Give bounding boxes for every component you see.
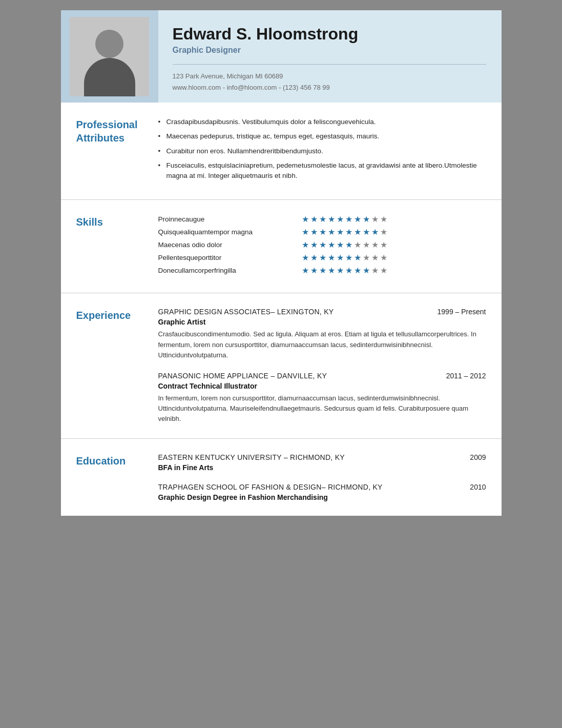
professional-content: Crasdapibusdapibusnis. Vestibulumquis do…	[158, 117, 486, 185]
header-title: Graphic Designer	[173, 46, 486, 55]
filled-star-icon: ★	[302, 240, 309, 250]
filled-star-icon: ★	[345, 240, 352, 250]
header-divider	[173, 64, 486, 65]
skill-row: Proinnecaugue★★★★★★★★★★	[158, 214, 486, 224]
filled-star-icon: ★	[310, 266, 318, 275]
filled-star-icon: ★	[302, 214, 309, 224]
empty-star-icon: ★	[380, 240, 387, 250]
exp-role: Graphic Artist	[158, 318, 486, 326]
contact-line2: www.hloom.com - info@hloom.com - (123) 4…	[173, 82, 486, 93]
skills-label: Skills	[76, 215, 158, 229]
exp-role: Contract Technical Illustrator	[158, 382, 486, 390]
filled-star-icon: ★	[310, 253, 318, 262]
filled-star-icon: ★	[345, 214, 352, 224]
empty-star-icon: ★	[380, 214, 387, 224]
section-education: Education EASTERN KENTUCKY UNIVERSITY – …	[61, 439, 502, 516]
experience-content: GRAPHIC DESIGN ASSOCIATES– Lexington, KY…	[158, 308, 486, 424]
resume-page: Edward S. Hloomstrong Graphic Designer 1…	[61, 10, 502, 516]
main-content: Professional Attributes Crasdapibusdapib…	[61, 103, 502, 516]
filled-star-icon: ★	[319, 266, 326, 275]
skill-name: Quisquealiquamtempor magna	[158, 228, 302, 236]
filled-star-icon: ★	[302, 253, 309, 262]
contact-line1: 123 Park Avenue, Michigan MI 60689	[173, 71, 486, 82]
section-skills: Skills Proinnecaugue★★★★★★★★★★Quisqueali…	[61, 200, 502, 293]
exp-dates: 2011 – 2012	[446, 372, 486, 380]
filled-star-icon: ★	[337, 240, 344, 250]
edu-school: TRAPHAGEN SCHOOL OF FASHION & DESIGN– Ri…	[158, 483, 383, 491]
exp-company: PANASONIC HOME APPLIANCE – Danville, KY	[158, 372, 327, 380]
attr-item: Fusceiaculis, estquislaciniapretium, ped…	[158, 160, 486, 181]
skill-row: Quisquealiquamtempor magna★★★★★★★★★★	[158, 227, 486, 237]
skill-name: Donecullamcorperfringilla	[158, 267, 302, 274]
exp-desc: In fermentum, lorem non cursusporttitor,…	[158, 393, 486, 424]
filled-star-icon: ★	[345, 266, 352, 275]
filled-star-icon: ★	[345, 253, 352, 262]
filled-star-icon: ★	[328, 240, 335, 250]
filled-star-icon: ★	[354, 214, 361, 224]
filled-star-icon: ★	[371, 227, 379, 237]
attr-item: Curabitur non eros. Nullamhendreritbiben…	[158, 146, 486, 156]
edu-degree: Graphic Design Degree in Fashion Merchan…	[158, 493, 486, 501]
attr-item: Crasdapibusdapibusnis. Vestibulumquis do…	[158, 117, 486, 127]
filled-star-icon: ★	[337, 253, 344, 262]
education-label: Education	[76, 454, 158, 468]
avatar-figure	[70, 17, 149, 96]
filled-star-icon: ★	[363, 266, 370, 275]
filled-star-icon: ★	[302, 266, 309, 275]
section-label-skills: Skills	[61, 214, 158, 278]
empty-star-icon: ★	[354, 240, 361, 250]
skill-row: Pellentesqueporttitor★★★★★★★★★★	[158, 253, 486, 262]
skill-stars: ★★★★★★★★★★	[302, 253, 387, 262]
avatar-head	[95, 30, 123, 58]
exp-company: GRAPHIC DESIGN ASSOCIATES– Lexington, KY	[158, 308, 334, 316]
section-professional: Professional Attributes Crasdapibusdapib…	[61, 103, 502, 200]
empty-star-icon: ★	[363, 253, 370, 262]
skill-name: Proinnecaugue	[158, 215, 302, 223]
header: Edward S. Hloomstrong Graphic Designer 1…	[61, 10, 502, 103]
header-info: Edward S. Hloomstrong Graphic Designer 1…	[158, 10, 502, 103]
empty-star-icon: ★	[363, 240, 370, 250]
exp-header-row: PANASONIC HOME APPLIANCE – Danville, KY2…	[158, 372, 486, 380]
skill-stars: ★★★★★★★★★★	[302, 214, 387, 224]
experience-label: Experience	[76, 309, 158, 322]
edu-school: EASTERN KENTUCKY UNIVERSITY – Richmond, …	[158, 453, 345, 461]
edu-year: 2010	[470, 483, 486, 491]
empty-star-icon: ★	[380, 266, 387, 275]
avatar-body	[84, 58, 135, 96]
filled-star-icon: ★	[319, 240, 326, 250]
filled-star-icon: ★	[363, 227, 370, 237]
filled-star-icon: ★	[328, 214, 335, 224]
edu-entry: TRAPHAGEN SCHOOL OF FASHION & DESIGN– Ri…	[158, 483, 486, 501]
skill-row: Donecullamcorperfringilla★★★★★★★★★★	[158, 266, 486, 275]
empty-star-icon: ★	[371, 266, 379, 275]
exp-entry: GRAPHIC DESIGN ASSOCIATES– Lexington, KY…	[158, 308, 486, 360]
skill-row: Maecenas odio dolor★★★★★★★★★★	[158, 240, 486, 250]
skill-name: Maecenas odio dolor	[158, 241, 302, 249]
filled-star-icon: ★	[310, 214, 318, 224]
filled-star-icon: ★	[319, 227, 326, 237]
professional-label: Professional Attributes	[76, 118, 158, 145]
empty-star-icon: ★	[371, 214, 379, 224]
section-label-education: Education	[61, 453, 158, 501]
header-contact: 123 Park Avenue, Michigan MI 60689 www.h…	[173, 71, 486, 93]
filled-star-icon: ★	[354, 266, 361, 275]
empty-star-icon: ★	[380, 253, 387, 262]
attr-item: Maecenas pedepurus, tristique ac, tempus…	[158, 131, 486, 141]
skills-table: Proinnecaugue★★★★★★★★★★Quisquealiquamtem…	[158, 214, 486, 275]
filled-star-icon: ★	[328, 253, 335, 262]
skill-stars: ★★★★★★★★★★	[302, 266, 387, 275]
filled-star-icon: ★	[310, 227, 318, 237]
filled-star-icon: ★	[337, 266, 344, 275]
filled-star-icon: ★	[337, 227, 344, 237]
attr-list: Crasdapibusdapibusnis. Vestibulumquis do…	[158, 117, 486, 181]
exp-header-row: GRAPHIC DESIGN ASSOCIATES– Lexington, KY…	[158, 308, 486, 316]
exp-entry: PANASONIC HOME APPLIANCE – Danville, KY2…	[158, 372, 486, 424]
filled-star-icon: ★	[354, 253, 361, 262]
filled-star-icon: ★	[328, 227, 335, 237]
filled-star-icon: ★	[328, 266, 335, 275]
skill-stars: ★★★★★★★★★★	[302, 240, 387, 250]
section-label-experience: Experience	[61, 308, 158, 424]
header-name: Edward S. Hloomstrong	[173, 25, 486, 44]
edu-header-row: EASTERN KENTUCKY UNIVERSITY – Richmond, …	[158, 453, 486, 461]
skill-stars: ★★★★★★★★★★	[302, 227, 387, 237]
